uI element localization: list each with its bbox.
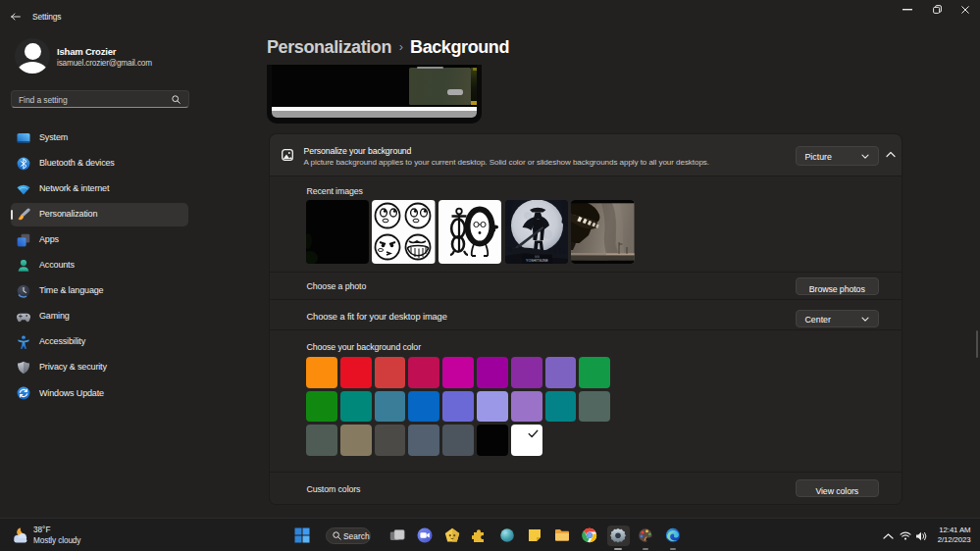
svg-text:YOSHITSUNE: YOSHITSUNE — [526, 259, 548, 263]
